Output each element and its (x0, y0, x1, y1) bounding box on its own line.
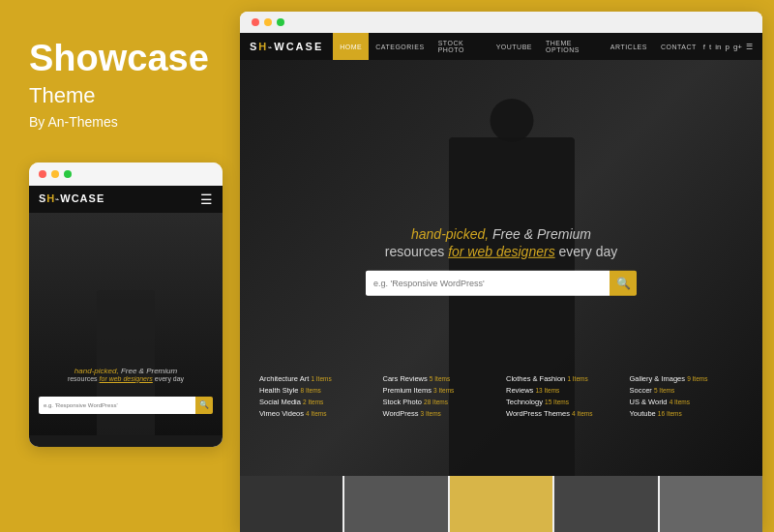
categories-grid: Architecture Art 1 ItemsCars Reviews 5 I… (240, 365, 762, 428)
strip-thumb-4 (554, 476, 657, 532)
hero-underline: for web designers (448, 244, 555, 259)
left-panel: Showcase Theme By An-Themes SH𝂬WCASE ☰ h… (0, 0, 240, 532)
mobile-search-button[interactable]: 🔍 (195, 397, 213, 414)
mobile-hero-line1: hand-picked, Free & Premium (39, 367, 213, 375)
strip-thumb-2 (344, 476, 447, 532)
category-item[interactable]: Soccer 5 Items (630, 386, 744, 395)
hero-person-head (490, 99, 533, 142)
hero-search-button[interactable]: 🔍 (610, 271, 637, 296)
desktop-nav-items: HOME CATEGORIES STOCK PHOTO YOUTUBE THEM… (333, 33, 702, 60)
hero-search-input[interactable] (366, 271, 610, 296)
category-item[interactable]: Reviews 13 Items (506, 386, 620, 395)
hero-text-block: hand-picked, Free & Premium resources fo… (366, 226, 637, 296)
desktop-mockup: SH𝂬WCASE HOME CATEGORIES STOCK PHOTO YOU… (240, 12, 762, 532)
nav-item-youtube[interactable]: YOUTUBE (490, 33, 539, 60)
nav-item-home[interactable]: HOME (333, 33, 369, 60)
hero-line1: hand-picked, Free & Premium (366, 226, 637, 242)
strip-thumb-5 (660, 476, 762, 532)
category-item[interactable]: US & World 4 Items (630, 398, 744, 406)
mobile-logo: SH𝂬WCASE (39, 192, 104, 205)
mobile-search: 🔍 (39, 397, 213, 414)
mobile-hamburger-icon[interactable]: ☰ (200, 192, 213, 207)
mobile-hero-line2: resources for web designers every day (39, 375, 213, 382)
strip-thumb-1 (240, 476, 342, 532)
nav-item-contact[interactable]: CONTACT (654, 33, 703, 60)
social-icon-facebook[interactable]: f (703, 43, 705, 51)
theme-subtitle: Theme (29, 83, 95, 108)
nav-item-themeoptions[interactable]: THEME OPTIONS (539, 33, 604, 60)
dot-green (64, 170, 72, 178)
category-item[interactable]: Technology 15 Items (506, 398, 620, 406)
category-item[interactable]: WordPress Themes 4 Items (506, 409, 620, 418)
social-icon-googleplus[interactable]: g+ (733, 43, 742, 51)
category-item[interactable]: Cars Reviews 5 Items (383, 374, 497, 383)
category-item[interactable]: Health Style 8 Items (259, 386, 373, 395)
desktop-bottom-strip (240, 476, 762, 532)
social-icon-twitter[interactable]: t (709, 43, 711, 51)
mobile-mockup: SH𝂬WCASE ☰ hand-picked, Free & Premium r… (29, 163, 223, 447)
desktop-dot-yellow (264, 18, 272, 26)
hero-search: 🔍 (366, 271, 637, 296)
nav-social: f t in p g+ ☰ (703, 43, 753, 51)
mobile-nav: SH𝂬WCASE ☰ (29, 186, 223, 213)
theme-title: Showcase (29, 39, 209, 79)
nav-item-articles[interactable]: ARTICLES (604, 33, 654, 60)
nav-item-categories[interactable]: CATEGORIES (369, 33, 431, 60)
category-item[interactable]: Premium Items 3 Items (383, 386, 497, 395)
category-item[interactable]: Social Media 2 Items (259, 398, 373, 406)
desktop-dot-green (277, 18, 284, 26)
mobile-hero-bg: hand-picked, Free & Premium resources fo… (29, 213, 223, 435)
mobile-top-bar (29, 163, 223, 186)
mobile-content: SH𝂬WCASE ☰ hand-picked, Free & Premium r… (29, 186, 223, 447)
category-item[interactable]: Gallery & Images 9 Items (630, 374, 744, 383)
desktop-dot-red (252, 18, 259, 26)
desktop-hero: hand-picked, Free & Premium resources fo… (240, 60, 762, 476)
hero-line1-highlight: hand-picked, (411, 226, 489, 242)
desktop-top-bar (240, 12, 762, 33)
dot-yellow (51, 170, 59, 178)
hero-line2: resources for web designers every day (366, 244, 637, 259)
category-item[interactable]: WordPress 3 Items (383, 409, 497, 418)
category-item[interactable]: Architecture Art 1 Items (259, 374, 373, 383)
mobile-hero-text: hand-picked, Free & Premium resources fo… (39, 367, 213, 382)
category-item[interactable]: Clothes & Fashion 1 Items (506, 374, 620, 383)
social-icon-instagram[interactable]: in (715, 43, 721, 51)
dot-red (39, 170, 46, 178)
mobile-search-input[interactable] (39, 397, 195, 414)
nav-item-stockphoto[interactable]: STOCK PHOTO (432, 33, 490, 60)
nav-hamburger-icon[interactable]: ☰ (746, 43, 753, 51)
category-item[interactable]: Stock Photo 28 Items (383, 398, 497, 406)
right-panel: SH𝂬WCASE HOME CATEGORIES STOCK PHOTO YOU… (240, 0, 774, 532)
category-item[interactable]: Vimeo Videos 4 Items (259, 409, 373, 418)
desktop-nav: SH𝂬WCASE HOME CATEGORIES STOCK PHOTO YOU… (240, 33, 762, 60)
theme-by: By An-Themes (29, 114, 118, 130)
desktop-logo: SH𝂬WCASE (250, 41, 323, 53)
category-item[interactable]: Youtube 16 Items (630, 409, 744, 418)
strip-thumb-3 (450, 476, 552, 532)
social-icon-pinterest[interactable]: p (725, 43, 729, 51)
